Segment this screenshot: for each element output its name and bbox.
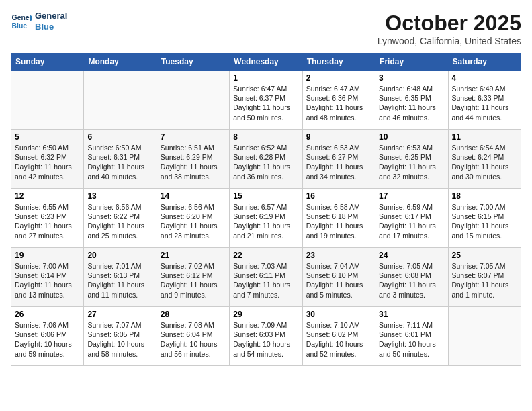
day-content: Sunrise: 7:06 AMSunset: 6:06 PMDaylight:… [15, 320, 80, 359]
calendar-cell: 19Sunrise: 7:00 AMSunset: 6:14 PMDayligh… [11, 248, 84, 307]
day-number: 29 [233, 310, 298, 319]
day-content: Sunrise: 6:59 AMSunset: 6:17 PMDaylight:… [379, 202, 444, 240]
title-block: October 2025 Lynwood, California, United… [378, 11, 521, 46]
calendar-cell: 23Sunrise: 7:04 AMSunset: 6:10 PMDayligh… [302, 248, 375, 307]
calendar-cell [84, 71, 157, 130]
day-content: Sunrise: 6:50 AMSunset: 6:31 PMDaylight:… [87, 143, 152, 181]
day-content: Sunrise: 7:08 AMSunset: 6:04 PMDaylight:… [161, 320, 226, 359]
day-number: 6 [87, 132, 152, 142]
calendar-cell: 16Sunrise: 6:58 AMSunset: 6:18 PMDayligh… [302, 189, 375, 248]
day-number: 5 [15, 132, 80, 142]
calendar-cell: 24Sunrise: 7:05 AMSunset: 6:08 PMDayligh… [375, 248, 448, 307]
day-number: 23 [306, 250, 371, 260]
day-number: 8 [233, 132, 298, 142]
day-content: Sunrise: 6:58 AMSunset: 6:18 PMDaylight:… [306, 202, 371, 240]
day-content: Sunrise: 6:55 AMSunset: 6:23 PMDaylight:… [15, 202, 80, 240]
calendar-cell [11, 71, 84, 130]
calendar-cell: 14Sunrise: 6:56 AMSunset: 6:20 PMDayligh… [157, 189, 229, 248]
week-row-2: 5Sunrise: 6:50 AMSunset: 6:32 PMDaylight… [11, 130, 521, 189]
day-content: Sunrise: 7:05 AMSunset: 6:08 PMDaylight:… [379, 261, 444, 300]
day-number: 21 [161, 250, 226, 260]
header-cell-wednesday: Wednesday [230, 54, 302, 71]
day-number: 28 [161, 310, 226, 319]
calendar-cell: 18Sunrise: 7:00 AMSunset: 6:15 PMDayligh… [448, 189, 521, 248]
week-row-4: 19Sunrise: 7:00 AMSunset: 6:14 PMDayligh… [11, 248, 521, 307]
calendar-cell: 25Sunrise: 7:05 AMSunset: 6:07 PMDayligh… [448, 248, 521, 307]
day-content: Sunrise: 6:51 AMSunset: 6:29 PMDaylight:… [161, 143, 226, 181]
day-number: 7 [161, 132, 226, 142]
logo-blue: Blue [35, 21, 67, 32]
day-content: Sunrise: 7:00 AMSunset: 6:15 PMDaylight:… [452, 202, 517, 240]
day-content: Sunrise: 7:10 AMSunset: 6:02 PMDaylight:… [306, 320, 371, 359]
calendar-cell: 22Sunrise: 7:03 AMSunset: 6:11 PMDayligh… [230, 248, 302, 307]
month-title: October 2025 [378, 11, 521, 36]
day-number: 22 [233, 250, 298, 260]
day-number: 9 [306, 132, 371, 142]
day-content: Sunrise: 7:04 AMSunset: 6:10 PMDaylight:… [306, 261, 371, 300]
day-content: Sunrise: 6:47 AMSunset: 6:36 PMDaylight:… [306, 84, 371, 122]
calendar-cell: 12Sunrise: 6:55 AMSunset: 6:23 PMDayligh… [11, 189, 84, 248]
calendar-cell: 13Sunrise: 6:56 AMSunset: 6:22 PMDayligh… [84, 189, 157, 248]
day-content: Sunrise: 6:49 AMSunset: 6:33 PMDaylight:… [452, 84, 517, 122]
calendar-cell: 15Sunrise: 6:57 AMSunset: 6:19 PMDayligh… [230, 189, 302, 248]
calendar-cell [448, 307, 521, 366]
calendar-cell: 1Sunrise: 6:47 AMSunset: 6:37 PMDaylight… [230, 71, 302, 130]
day-content: Sunrise: 7:05 AMSunset: 6:07 PMDaylight:… [452, 261, 517, 300]
day-number: 31 [379, 310, 444, 319]
calendar-cell: 4Sunrise: 6:49 AMSunset: 6:33 PMDaylight… [448, 71, 521, 130]
header-cell-monday: Monday [84, 54, 157, 71]
calendar-cell: 11Sunrise: 6:54 AMSunset: 6:24 PMDayligh… [448, 130, 521, 189]
day-number: 4 [452, 73, 517, 83]
svg-text:Blue: Blue [12, 22, 28, 30]
day-content: Sunrise: 7:11 AMSunset: 6:01 PMDaylight:… [379, 320, 444, 359]
day-number: 20 [87, 250, 152, 260]
day-content: Sunrise: 6:52 AMSunset: 6:28 PMDaylight:… [233, 143, 298, 181]
day-content: Sunrise: 6:57 AMSunset: 6:19 PMDaylight:… [233, 202, 298, 240]
logo-general: General [35, 11, 67, 21]
calendar-cell [157, 71, 229, 130]
logo-icon: General Blue [11, 11, 32, 32]
calendar-cell: 26Sunrise: 7:06 AMSunset: 6:06 PMDayligh… [11, 307, 84, 366]
day-number: 2 [306, 73, 371, 83]
day-content: Sunrise: 6:53 AMSunset: 6:27 PMDaylight:… [306, 143, 371, 181]
day-number: 25 [452, 250, 517, 260]
header-cell-thursday: Thursday [302, 54, 375, 71]
header-cell-saturday: Saturday [448, 54, 521, 71]
day-number: 15 [233, 191, 298, 201]
day-content: Sunrise: 6:54 AMSunset: 6:24 PMDaylight:… [452, 143, 517, 181]
day-content: Sunrise: 7:00 AMSunset: 6:14 PMDaylight:… [15, 261, 80, 300]
page-header: General Blue General Blue October 2025 L… [11, 11, 521, 46]
week-row-3: 12Sunrise: 6:55 AMSunset: 6:23 PMDayligh… [11, 189, 521, 248]
day-content: Sunrise: 6:50 AMSunset: 6:32 PMDaylight:… [15, 143, 80, 181]
day-number: 24 [379, 250, 444, 260]
calendar-cell: 10Sunrise: 6:53 AMSunset: 6:25 PMDayligh… [375, 130, 448, 189]
day-number: 26 [15, 310, 80, 319]
day-content: Sunrise: 7:07 AMSunset: 6:05 PMDaylight:… [87, 320, 152, 359]
day-number: 11 [452, 132, 517, 142]
day-content: Sunrise: 6:56 AMSunset: 6:22 PMDaylight:… [87, 202, 152, 240]
calendar-cell: 29Sunrise: 7:09 AMSunset: 6:03 PMDayligh… [230, 307, 302, 366]
day-content: Sunrise: 6:56 AMSunset: 6:20 PMDaylight:… [161, 202, 226, 240]
calendar-cell: 17Sunrise: 6:59 AMSunset: 6:17 PMDayligh… [375, 189, 448, 248]
calendar-cell: 5Sunrise: 6:50 AMSunset: 6:32 PMDaylight… [11, 130, 84, 189]
calendar-cell: 27Sunrise: 7:07 AMSunset: 6:05 PMDayligh… [84, 307, 157, 366]
day-content: Sunrise: 6:53 AMSunset: 6:25 PMDaylight:… [379, 143, 444, 181]
week-row-1: 1Sunrise: 6:47 AMSunset: 6:37 PMDaylight… [11, 71, 521, 130]
header-cell-sunday: Sunday [11, 54, 84, 71]
day-number: 27 [87, 310, 152, 319]
day-number: 17 [379, 191, 444, 201]
calendar-cell: 8Sunrise: 6:52 AMSunset: 6:28 PMDaylight… [230, 130, 302, 189]
calendar-table: SundayMondayTuesdayWednesdayThursdayFrid… [11, 53, 521, 366]
day-content: Sunrise: 6:48 AMSunset: 6:35 PMDaylight:… [379, 84, 444, 122]
calendar-cell: 7Sunrise: 6:51 AMSunset: 6:29 PMDaylight… [157, 130, 229, 189]
calendar-cell: 21Sunrise: 7:02 AMSunset: 6:12 PMDayligh… [157, 248, 229, 307]
day-content: Sunrise: 7:09 AMSunset: 6:03 PMDaylight:… [233, 320, 298, 359]
day-number: 10 [379, 132, 444, 142]
logo: General Blue General Blue [11, 11, 67, 32]
day-number: 16 [306, 191, 371, 201]
calendar-cell: 3Sunrise: 6:48 AMSunset: 6:35 PMDaylight… [375, 71, 448, 130]
day-number: 12 [15, 191, 80, 201]
header-cell-friday: Friday [375, 54, 448, 71]
day-content: Sunrise: 6:47 AMSunset: 6:37 PMDaylight:… [233, 84, 298, 122]
calendar-cell: 31Sunrise: 7:11 AMSunset: 6:01 PMDayligh… [375, 307, 448, 366]
